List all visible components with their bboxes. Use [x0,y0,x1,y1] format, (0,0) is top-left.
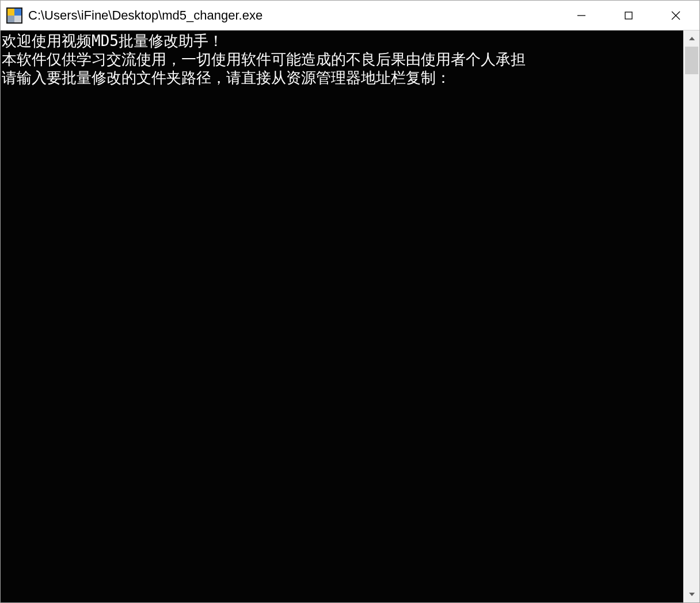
window-title: C:\Users\iFine\Desktop\md5_changer.exe [28,8,558,23]
svg-rect-6 [625,12,632,19]
scroll-down-arrow[interactable] [684,586,699,602]
app-icon [6,7,22,24]
svg-rect-1 [7,9,14,16]
console-line: 请输入要批量修改的文件夹路径，请直接从资源管理器地址栏复制： [2,68,682,87]
console-line: 本软件仅供学习交流使用，一切使用软件可能造成的不良后果由使用者个人承担 [2,50,682,68]
app-window: C:\Users\iFine\Desktop\md5_changer.exe [0,0,700,603]
console-line: 欢迎使用视频MD5批量修改助手！ [2,32,682,50]
svg-rect-4 [14,16,21,22]
console-output[interactable]: 欢迎使用视频MD5批量修改助手！本软件仅供学习交流使用，一切使用软件可能造成的不… [1,30,683,602]
window-controls [558,1,699,30]
scroll-up-arrow[interactable] [684,30,699,47]
svg-marker-10 [689,593,695,596]
vertical-scrollbar[interactable] [683,30,699,602]
scroll-thumb[interactable] [685,47,698,74]
svg-rect-2 [14,9,21,16]
close-button[interactable] [652,1,699,30]
maximize-button[interactable] [605,1,652,30]
minimize-button[interactable] [558,1,605,30]
title-bar[interactable]: C:\Users\iFine\Desktop\md5_changer.exe [1,1,699,30]
svg-marker-9 [689,37,695,40]
scroll-track[interactable] [684,47,699,586]
client-area: 欢迎使用视频MD5批量修改助手！本软件仅供学习交流使用，一切使用软件可能造成的不… [1,30,699,602]
svg-rect-3 [7,16,14,22]
